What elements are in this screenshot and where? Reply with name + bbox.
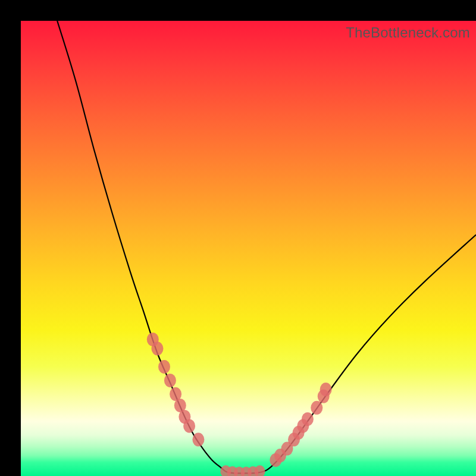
- data-dot: [255, 465, 265, 476]
- data-dots: [147, 333, 332, 476]
- data-dot: [192, 433, 204, 446]
- data-dot: [158, 360, 170, 374]
- plot-area: TheBottleneck.com: [21, 21, 476, 476]
- chart-svg: [21, 21, 476, 476]
- data-dot: [311, 401, 322, 415]
- data-dot: [320, 383, 332, 396]
- data-dot: [164, 374, 176, 387]
- data-dot: [152, 342, 164, 355]
- chart-frame: TheBottleneck.com: [0, 0, 476, 476]
- data-dot: [302, 412, 314, 426]
- data-dot: [183, 419, 195, 433]
- bottleneck-curve-path: [57, 21, 476, 473]
